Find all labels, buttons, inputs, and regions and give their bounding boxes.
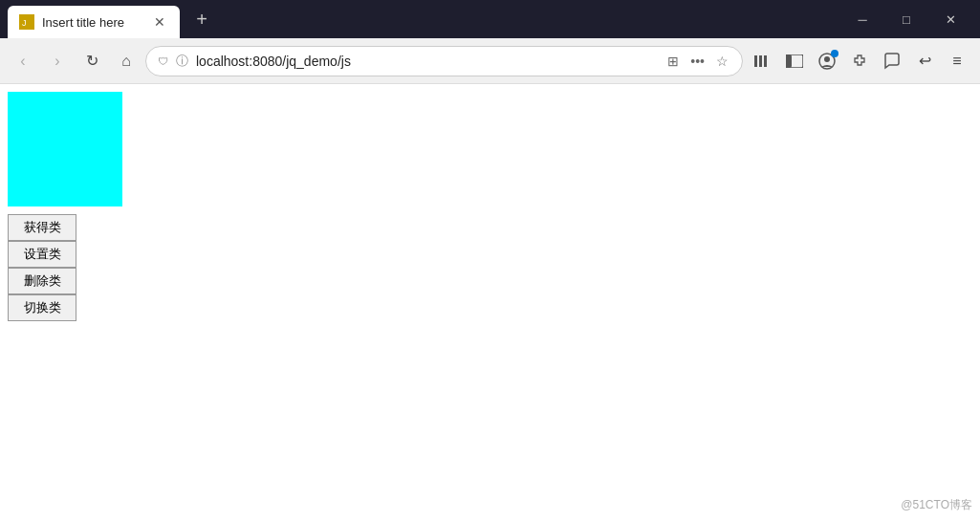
address-text: localhost:8080/jq_demo/js [196,54,658,69]
minimize-button[interactable]: ─ [840,0,884,38]
toggle-class-button[interactable]: 切换类 [8,294,76,321]
tab-close-button[interactable]: ✕ [151,13,168,31]
nav-right-icons: ↩ ≡ [747,46,972,76]
menu-button[interactable]: ≡ [942,46,972,76]
back-button[interactable]: ‹ [8,46,38,76]
window-controls: ─ □ ✕ [840,0,972,38]
refresh-button[interactable]: ↻ [76,46,107,76]
title-bar: J Insert title here ✕ + ─ □ ✕ [0,0,980,38]
get-class-button[interactable]: 获得类 [8,214,76,241]
set-class-button[interactable]: 设置类 [8,241,76,268]
extension-button[interactable] [844,46,875,76]
sidebar-button[interactable] [779,46,810,76]
library-button[interactable] [747,46,777,76]
svg-rect-4 [764,55,767,67]
forward-button[interactable]: › [42,46,73,76]
svg-point-8 [824,56,830,62]
tab-title: Insert title here [42,15,143,30]
account-badge [831,50,838,57]
svg-rect-6 [786,54,792,68]
more-icon[interactable]: ••• [688,52,707,71]
close-button[interactable]: ✕ [928,0,972,38]
grid-icon[interactable]: ⊞ [665,52,681,71]
undo-button[interactable]: ↩ [909,46,940,76]
tab-area: J Insert title here ✕ + [8,0,840,38]
cyan-box [8,92,122,206]
address-bar[interactable]: 🛡 ⓘ localhost:8080/jq_demo/js ⊞ ••• ☆ [145,46,743,76]
remove-class-button[interactable]: 删除类 [8,268,76,294]
account-button[interactable] [812,46,842,76]
navigation-bar: ‹ › ↻ ⌂ 🛡 ⓘ localhost:8080/jq_demo/js ⊞ … [0,38,980,84]
buttons-area: 获得类 设置类 删除类 切换类 [8,214,972,321]
info-icon: ⓘ [176,53,188,70]
svg-rect-3 [759,55,762,67]
home-button[interactable]: ⌂ [111,46,142,76]
tab-favicon: J [19,14,34,30]
watermark: @51CTO博客 [901,497,972,513]
active-tab[interactable]: J Insert title here ✕ [8,6,180,38]
svg-rect-2 [754,55,757,67]
restore-button[interactable]: □ [884,0,928,38]
new-tab-button[interactable]: + [187,5,216,33]
shield-icon: 🛡 [158,55,168,67]
star-icon[interactable]: ☆ [714,52,730,71]
page-content: 获得类 设置类 删除类 切换类 @51CTO博客 [0,84,980,521]
svg-text:J: J [22,18,27,28]
chat-button[interactable] [877,46,907,76]
address-right-icons: ⊞ ••• ☆ [665,52,730,71]
